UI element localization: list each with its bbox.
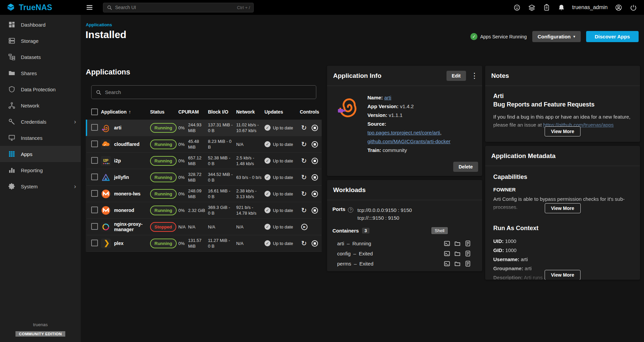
row-checkbox[interactable] (91, 157, 98, 164)
cell-block-io: N/A (208, 224, 236, 230)
shell-icon[interactable] (444, 240, 451, 247)
sidebar-item-credentials[interactable]: Credentials › (0, 114, 81, 130)
restart-icon: ↻ (301, 240, 307, 247)
row-checkbox[interactable] (91, 207, 98, 213)
run-as-view-more-button[interactable]: View More (545, 270, 581, 280)
alerts-bell-icon[interactable] (557, 3, 565, 11)
sidebar-item-instances[interactable]: Instances (0, 130, 81, 146)
sidebar-item-datasets[interactable]: Datasets (0, 49, 81, 65)
restart-button[interactable]: ↻ (301, 190, 307, 197)
breadcrumb[interactable]: Applications (86, 22, 112, 27)
edit-button[interactable]: Edit (446, 71, 466, 81)
shell-icon[interactable] (444, 260, 451, 267)
restart-button[interactable]: ↻ (301, 124, 307, 131)
apps-search-input[interactable] (105, 89, 312, 95)
browse-folder-icon[interactable] (454, 240, 461, 247)
restart-button[interactable]: ↻ (301, 141, 307, 148)
restart-button[interactable]: ↻ (301, 174, 307, 181)
sidebar-item-dashboard[interactable]: Dashboard (0, 17, 81, 33)
user-menu-icon[interactable] (614, 3, 622, 11)
column-header-status[interactable]: Status (150, 109, 178, 115)
table-row-cloudflared[interactable]: cloudflared Running 0% 45.48 MiB 8.23 Mi… (86, 136, 322, 153)
stop-button[interactable] (312, 207, 318, 214)
more-options-icon[interactable]: ⋮ (471, 71, 477, 80)
application-info-card: Application Info Edit ⋮ Name: arti App V… (327, 66, 482, 176)
browse-folder-icon[interactable] (454, 250, 461, 257)
stop-button[interactable] (312, 174, 318, 181)
menu-toggle-button[interactable] (85, 3, 94, 12)
restart-button[interactable]: ↻ (301, 240, 307, 247)
stop-button[interactable] (312, 240, 318, 247)
chevron-right-icon: › (74, 118, 76, 125)
row-checkbox[interactable] (91, 190, 98, 197)
column-header-network[interactable]: Network (236, 109, 264, 115)
app-name-link[interactable]: arti (384, 95, 391, 100)
global-search[interactable]: Ctrl + / (103, 3, 254, 12)
sidebar-item-data-protection[interactable]: Data Protection (0, 81, 81, 97)
cell-application: monero-lws (101, 189, 150, 199)
column-header-block-io[interactable]: Block I/O (208, 109, 236, 115)
monero-icon (101, 189, 111, 199)
sidebar-item-apps[interactable]: Apps (0, 146, 81, 162)
column-header-updates[interactable]: Updates (264, 109, 300, 115)
column-header-cpu[interactable]: CPU (178, 109, 188, 115)
discover-apps-button[interactable]: Discover Apps (586, 31, 639, 42)
row-checkbox[interactable] (91, 174, 98, 180)
stop-button[interactable] (312, 141, 318, 148)
view-logs-icon[interactable] (465, 260, 471, 267)
topbar: TrueNAS Ctrl + / truenas_admin (0, 0, 644, 15)
start-button[interactable]: ▶ (301, 224, 308, 230)
app-name: arti (114, 125, 121, 130)
table-row-monero-lws[interactable]: monero-lws Running 0% 248.09 MiB 16.61 M… (86, 186, 322, 202)
table-row-nginx-proxy-manager[interactable]: nginx-proxy-manager Stopped N/A N/A N/A … (86, 219, 322, 235)
cell-controls: ↻ (300, 157, 322, 164)
app-name: plex (114, 241, 123, 246)
row-checkbox[interactable] (91, 223, 98, 230)
sidebar-item-storage[interactable]: Storage (0, 33, 81, 49)
table-row-jellyfin[interactable]: jellyfin Running 0% 328.72 MiB 344.52 Mi… (86, 169, 322, 186)
shell-icon[interactable] (444, 250, 451, 257)
sidebar-item-reporting[interactable]: Reporting (0, 162, 81, 178)
table-row-arti[interactable]: arti Running 0% 244.93 MiB 137.31 MiB - … (86, 120, 322, 136)
info-icon[interactable]: ? (348, 207, 353, 213)
browse-folder-icon[interactable] (454, 260, 461, 267)
column-header-ram[interactable]: RAM (188, 109, 208, 115)
i2p-icon: I2P (101, 156, 111, 166)
table-row-plex[interactable]: plex Running 0% 131.57 MiB 11.27 MiB - 0… (86, 235, 322, 252)
restart-button[interactable]: ↻ (301, 157, 307, 164)
apps-search[interactable] (91, 85, 316, 99)
truenas-brand[interactable]: TrueNAS (0, 3, 81, 12)
feedback-icon[interactable] (513, 3, 521, 11)
sidebar-item-system[interactable]: System › (0, 178, 81, 194)
capabilities-heading: Capabilities (493, 174, 632, 181)
sidebar-item-network[interactable]: Network (0, 97, 81, 114)
view-logs-icon[interactable] (465, 250, 471, 257)
stop-button[interactable] (312, 125, 318, 131)
restart-button[interactable]: ↻ (301, 207, 307, 214)
table-row-i2p[interactable]: I2P i2p Running 0% 657.12 MiB 52.38 MiB … (86, 153, 322, 169)
app-name: nginx-proxy-manager (114, 221, 148, 232)
cell-updates: ✓ Up to date (264, 125, 300, 131)
table-row-monerod[interactable]: monerod Running 0% 2.32 GiB 369.3 GiB - … (86, 202, 322, 219)
row-checkbox[interactable] (91, 240, 98, 246)
source-link[interactable]: tpo.pages.torproject.net/core/arti (367, 130, 443, 135)
sidebar-item-shares[interactable]: Shares (0, 65, 81, 81)
jobs-icon[interactable] (542, 3, 550, 11)
global-search-input[interactable] (115, 5, 234, 10)
delete-button[interactable]: Delete (453, 162, 478, 172)
stop-button[interactable] (312, 158, 318, 164)
source-link[interactable]: github.com/MAGICGrants/arti-docker (367, 138, 451, 144)
row-checkbox[interactable] (91, 141, 98, 147)
restart-icon: ↻ (301, 190, 307, 197)
stop-button[interactable] (312, 191, 318, 197)
checkup-icon[interactable] (528, 3, 536, 11)
power-icon[interactable] (629, 3, 637, 11)
configuration-button[interactable]: Configuration ▾ (532, 31, 581, 42)
view-logs-icon[interactable] (465, 240, 471, 247)
stop-icon (312, 174, 318, 181)
select-all-checkbox[interactable] (91, 108, 98, 115)
notes-view-more-button[interactable]: View More (545, 126, 581, 136)
capabilities-view-more-button[interactable]: View More (545, 203, 581, 213)
column-header-application[interactable]: Application ↑ (101, 109, 150, 115)
row-checkbox[interactable] (91, 124, 98, 131)
